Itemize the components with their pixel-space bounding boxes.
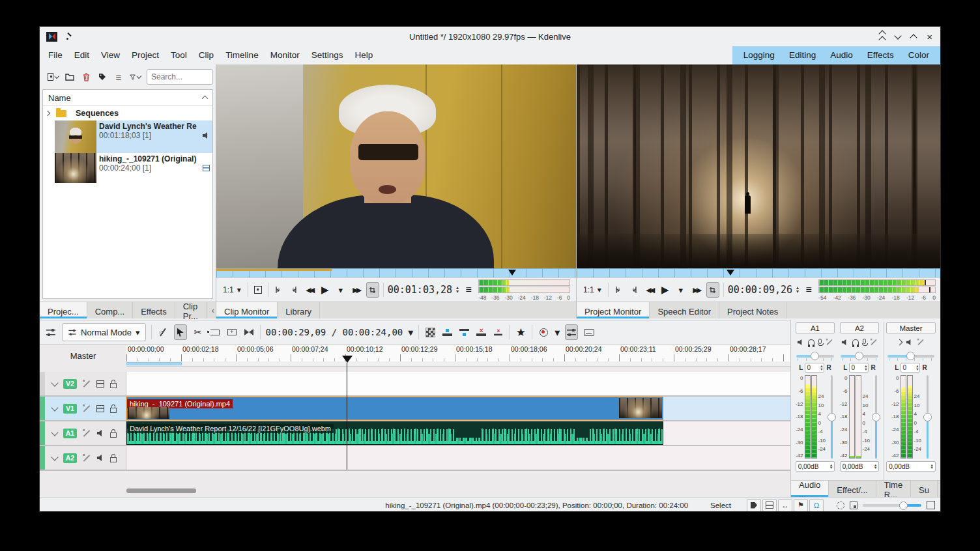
solo-headphones-icon[interactable] [808,339,814,345]
spinner-down-icon[interactable]: ▾ [930,466,932,470]
zoom-out-icon[interactable] [850,502,857,509]
video-thumbnails-icon[interactable] [96,380,104,388]
track-target-indicator[interactable] [40,372,45,395]
zone-crop-toggle[interactable] [366,282,379,298]
spinner-down-icon[interactable]: ▾ [830,466,832,470]
ripple-tool-button[interactable] [243,325,255,339]
workspace-tab[interactable]: Editing [782,46,823,64]
show-flags-button[interactable]: ⚑ [794,499,808,512]
track-settings-button[interactable] [45,325,57,339]
mixed-audio-video-button[interactable] [424,325,436,339]
monitor-tab[interactable]: Project Monitor [577,302,650,318]
zone-mode-button[interactable] [252,283,264,297]
workspace-tab[interactable]: Audio [823,46,860,64]
volume-fader[interactable] [828,375,836,459]
timeline-playhead[interactable] [347,363,347,470]
menu-item[interactable]: Help [349,46,379,64]
track-badge[interactable]: A2 [63,453,77,463]
mixer-tab[interactable]: Su [911,481,938,497]
timeline-clip-weather-report[interactable]: David Lynch's Weather Report 12/16/22 [I… [126,421,663,445]
menu-item[interactable]: View [95,46,126,64]
track-lane-a1[interactable]: David Lynch's Weather Report 12/16/22 [I… [126,421,790,445]
workspace-tab[interactable]: Effects [860,46,901,64]
mixer-tab[interactable]: Audio ... [791,481,829,497]
lock-icon[interactable] [110,383,117,388]
extract-zone-button[interactable] [475,325,487,339]
volume-fader[interactable] [872,375,880,459]
menu-item[interactable]: Monitor [265,46,306,64]
menu-item[interactable]: Tool [165,46,193,64]
spacer-tool-button[interactable] [209,325,221,339]
fit-clips-button[interactable]: ↔ [778,499,792,512]
monitor-zoom-combo[interactable]: 1:1 ▾ [220,284,244,296]
timeline-zone[interactable] [126,362,182,365]
spinner-down-icon[interactable]: ▾ [916,368,918,371]
clip-monitor-video[interactable] [216,64,577,268]
timeline-position-duration[interactable]: 00:00:29,09 / 00:00:24,00 [266,327,403,337]
edit-mode-combo[interactable]: Normal Mode ▾ [62,323,146,341]
bin-tab[interactable]: Comp... [87,302,134,318]
monitor-mic-icon[interactable] [863,339,866,344]
bin-item-hiking[interactable]: hiking_-_109271 (Original) 00:00:24;00 [… [55,153,212,183]
tabs-scroll-left-icon[interactable]: ‹ [212,306,214,315]
pan-slider[interactable] [841,351,878,361]
zoom-slider-knob[interactable] [899,502,908,510]
expand-icon[interactable] [897,339,903,345]
monitor-tab[interactable]: Clip Monitor [216,302,278,318]
bin-folder-row[interactable]: Sequences [43,106,212,120]
mixer-channel-label[interactable]: A1 [796,322,835,333]
keep-above-icon[interactable] [880,31,885,42]
close-icon[interactable]: × [927,32,932,42]
timeline-clip-hiking[interactable]: hiking_-_109271 (Original).mp4 [126,397,663,420]
monitor-zoom-combo[interactable]: 1:1 ▾ [581,284,604,296]
menu-item[interactable]: File [42,46,68,64]
effects-wand-icon[interactable] [871,339,877,345]
create-folder-button[interactable] [65,70,75,83]
razor-tool-button[interactable]: ✂ [192,325,204,339]
forward-button[interactable]: ▶▶ [351,283,362,297]
set-out-point-button[interactable] [288,283,300,297]
track-target-indicator[interactable] [40,446,45,470]
monitor-menu-button[interactable]: ≡ [463,283,474,297]
track-header-v2[interactable]: V2 [40,372,126,395]
slip-tool-button[interactable]: + [226,325,238,339]
track-header-v1[interactable]: V1 [40,397,126,420]
track-lane-v1[interactable]: hiking_-_109271 (Original).mp4 [126,397,790,420]
gain-value-box[interactable]: 0,00dB▴▾ [886,461,935,472]
spinner-down-icon[interactable]: ▾ [796,290,799,294]
lock-icon[interactable] [110,457,117,462]
video-thumbnails-icon[interactable] [96,405,104,412]
workspace-tab[interactable]: Logging [736,46,782,64]
overwrite-zone-button[interactable] [458,325,470,339]
maximize-icon[interactable] [910,34,917,41]
chevron-down-icon[interactable] [51,404,58,411]
gain-value-box[interactable]: 0,00dB▴▾ [840,461,880,472]
track-badge[interactable]: V2 [63,379,77,389]
monitor-menu-button[interactable]: ≡ [803,283,814,297]
zoom-slider[interactable] [863,501,921,510]
play-options-icon[interactable]: ▾ [675,283,687,297]
video-thumbnails-button[interactable] [762,499,777,512]
play-button[interactable]: ▶ [319,283,331,297]
effects-wand-icon[interactable] [83,429,91,437]
add-clip-button[interactable] [48,70,59,83]
mute-speaker-icon[interactable] [841,339,848,346]
seekbar-playhead[interactable] [727,270,734,276]
spinner-down-icon[interactable]: ▾ [820,368,822,371]
rewind-button[interactable]: ◀◀ [304,283,315,297]
chevron-down-icon[interactable] [51,453,58,460]
seekbar-playhead[interactable] [508,270,516,276]
set-in-point-button[interactable] [612,283,624,297]
delete-button[interactable] [81,70,91,83]
monitor-tab[interactable]: Speech Editor [650,302,719,318]
zoom-project-icon[interactable] [837,502,844,509]
fit-zoom-icon[interactable] [927,501,935,509]
fader-knob[interactable] [923,413,932,421]
scrollbar-handle[interactable] [126,488,196,493]
menu-item[interactable]: Project [126,46,165,64]
monitor-tab[interactable]: Project Notes [719,302,786,318]
project-monitor-seekbar[interactable] [577,268,941,278]
bin-tab[interactable]: Effects [133,302,175,318]
track-badge[interactable]: V1 [63,404,77,414]
mute-speaker-icon[interactable] [797,339,804,346]
